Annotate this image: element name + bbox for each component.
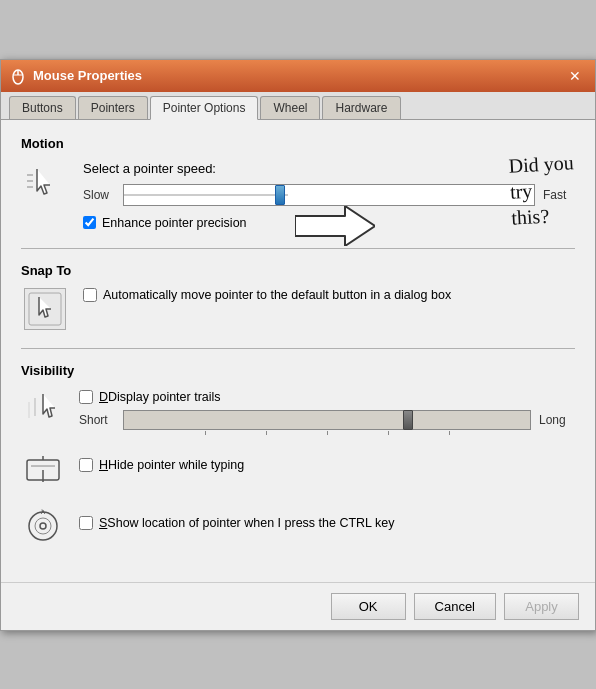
show-ctrl-controls: SShow location of pointer when I press t…	[79, 516, 575, 536]
trails-controls: DDisplay pointer trails Short	[79, 390, 575, 430]
divider-2	[21, 348, 575, 349]
mouse-icon	[9, 67, 27, 85]
display-trails-label: DDisplay pointer trails	[99, 390, 221, 404]
cancel-button[interactable]: Cancel	[414, 593, 496, 620]
hide-typing-icon	[21, 446, 65, 490]
dialog-footer: OK Cancel Apply	[1, 582, 595, 630]
window-title: Mouse Properties	[33, 68, 563, 83]
enhance-precision-label: Enhance pointer precision	[102, 216, 247, 230]
motion-icon	[23, 161, 67, 205]
mouse-properties-dialog: Mouse Properties ✕ Buttons Pointers Poin…	[0, 59, 596, 631]
enhance-precision-checkbox[interactable]	[83, 216, 96, 229]
trail-slider-thumb[interactable]	[403, 410, 413, 430]
hide-typing-checkbox-row: HHide pointer while typing	[79, 458, 575, 472]
motion-section-title: Motion	[21, 136, 575, 151]
motion-section: Motion Select a pointer speed: Slow	[21, 136, 575, 230]
speed-slider-row: Slow Fast	[83, 184, 575, 206]
apply-button[interactable]: Apply	[504, 593, 579, 620]
svg-point-11	[35, 518, 51, 534]
tick-5	[449, 431, 450, 435]
tick-1	[205, 431, 206, 435]
tab-wheel[interactable]: Wheel	[260, 96, 320, 119]
show-ctrl-icon	[21, 504, 65, 548]
slider-fill	[124, 194, 288, 196]
speed-label: Select a pointer speed:	[83, 161, 575, 176]
trail-length-slider[interactable]	[123, 410, 531, 430]
hide-cursor-icon	[21, 446, 65, 490]
snap-cursor-icon	[27, 291, 63, 327]
speed-slider[interactable]	[123, 184, 535, 206]
close-button[interactable]: ✕	[563, 64, 587, 88]
svg-point-12	[40, 523, 46, 529]
snap-to-controls: Automatically move pointer to the defaul…	[83, 288, 575, 308]
motion-controls: Select a pointer speed: Slow Fast Enhanc…	[83, 161, 575, 230]
ok-button[interactable]: OK	[331, 593, 406, 620]
hide-typing-controls: HHide pointer while typing	[79, 458, 575, 478]
hide-typing-checkbox[interactable]	[79, 458, 93, 472]
trails-cursor-icon	[21, 388, 65, 432]
ctrl-cursor-icon	[21, 504, 65, 548]
snap-icon	[24, 288, 66, 330]
tick-3	[327, 431, 328, 435]
visibility-title: Visibility	[21, 363, 575, 378]
display-trails-checkbox[interactable]	[79, 390, 93, 404]
precision-row: Enhance pointer precision	[83, 216, 575, 230]
show-ctrl-row: SShow location of pointer when I press t…	[21, 504, 575, 548]
slider-thumb[interactable]	[275, 185, 285, 205]
trail-length-row: Short Long	[79, 410, 575, 430]
trails-row: DDisplay pointer trails Short	[21, 388, 575, 432]
show-ctrl-label: SShow location of pointer when I press t…	[99, 516, 395, 530]
show-ctrl-checkbox[interactable]	[79, 516, 93, 530]
title-bar: Mouse Properties ✕	[1, 60, 595, 92]
tick-2	[266, 431, 267, 435]
divider-1	[21, 248, 575, 249]
snap-to-section: Snap To Automatically move pointer to	[21, 263, 575, 330]
tab-pointers[interactable]: Pointers	[78, 96, 148, 119]
hide-typing-row: HHide pointer while typing	[21, 446, 575, 490]
tick-4	[388, 431, 389, 435]
tab-pointer-options[interactable]: Pointer Options	[150, 96, 259, 120]
hide-typing-label: HHide pointer while typing	[99, 458, 244, 472]
show-ctrl-checkbox-row: SShow location of pointer when I press t…	[79, 516, 575, 530]
trails-checkbox-row: DDisplay pointer trails	[79, 390, 575, 404]
trails-icon	[21, 388, 65, 432]
svg-point-10	[29, 512, 57, 540]
visibility-section: Visibility DDisplay pointer trails	[21, 363, 575, 548]
tab-bar: Buttons Pointers Pointer Options Wheel H…	[1, 92, 595, 120]
snap-to-checkbox[interactable]	[83, 288, 97, 302]
snap-icon-area	[21, 288, 69, 330]
snap-to-title: Snap To	[21, 263, 575, 278]
slow-label: Slow	[83, 188, 115, 202]
tab-content: Motion Select a pointer speed: Slow	[1, 120, 595, 582]
tab-hardware[interactable]: Hardware	[322, 96, 400, 119]
snap-to-label: Automatically move pointer to the defaul…	[103, 288, 451, 302]
short-label: Short	[79, 413, 115, 427]
long-label: Long	[539, 413, 575, 427]
snap-checkbox-row: Automatically move pointer to the defaul…	[83, 288, 575, 302]
fast-label: Fast	[543, 188, 575, 202]
tab-buttons[interactable]: Buttons	[9, 96, 76, 119]
motion-icon-area	[21, 161, 69, 205]
